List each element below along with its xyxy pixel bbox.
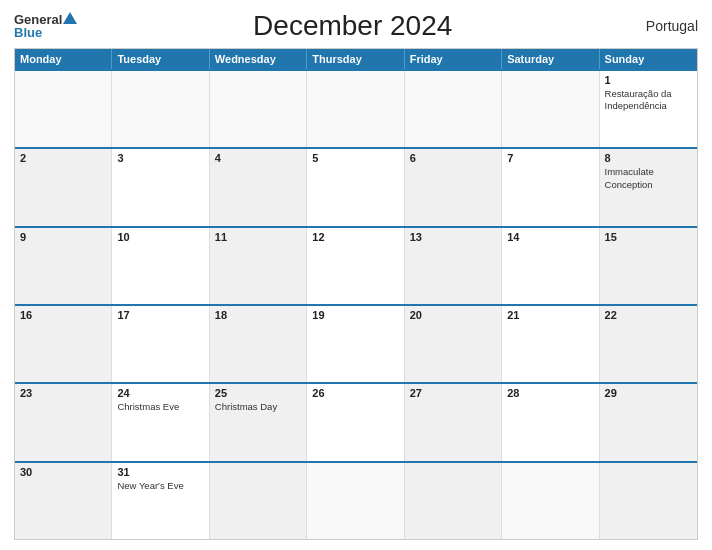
day-number: 5	[312, 152, 398, 164]
table-row: 17	[112, 306, 209, 382]
week-4: 16 17 18 19 20 21 22	[15, 304, 697, 382]
day-number: 3	[117, 152, 203, 164]
day-number: 9	[20, 231, 106, 243]
day-number: 7	[507, 152, 593, 164]
table-row	[210, 71, 307, 147]
table-row: 8 Immaculate Conception	[600, 149, 697, 225]
day-number: 20	[410, 309, 496, 321]
table-row	[15, 71, 112, 147]
page-header: General Blue December 2024 Portugal	[14, 10, 698, 42]
day-number: 4	[215, 152, 301, 164]
table-row: 1 Restauração da Independência	[600, 71, 697, 147]
table-row: 6	[405, 149, 502, 225]
header-wednesday: Wednesday	[210, 49, 307, 69]
day-number: 17	[117, 309, 203, 321]
page-title: December 2024	[77, 10, 628, 42]
country-label: Portugal	[628, 18, 698, 34]
table-row	[502, 71, 599, 147]
day-number: 26	[312, 387, 398, 399]
week-2: 2 3 4 5 6 7 8 Immaculate Conception	[15, 147, 697, 225]
week-6: 30 31 New Year's Eve	[15, 461, 697, 539]
day-number: 28	[507, 387, 593, 399]
table-row	[307, 71, 404, 147]
day-number: 10	[117, 231, 203, 243]
table-row: 24 Christmas Eve	[112, 384, 209, 460]
table-row: 25 Christmas Day	[210, 384, 307, 460]
table-row	[405, 463, 502, 539]
day-number: 27	[410, 387, 496, 399]
header-sunday: Sunday	[600, 49, 697, 69]
day-number: 19	[312, 309, 398, 321]
table-row	[210, 463, 307, 539]
day-number: 2	[20, 152, 106, 164]
day-number: 31	[117, 466, 203, 478]
logo-triangle-icon	[63, 12, 77, 24]
day-event: Christmas Day	[215, 401, 301, 413]
calendar-header: Monday Tuesday Wednesday Thursday Friday…	[15, 49, 697, 69]
day-number: 18	[215, 309, 301, 321]
table-row	[405, 71, 502, 147]
table-row: 12	[307, 228, 404, 304]
calendar-body: 1 Restauração da Independência 2 3 4 5 6…	[15, 69, 697, 539]
table-row: 13	[405, 228, 502, 304]
week-5: 23 24 Christmas Eve 25 Christmas Day 26 …	[15, 382, 697, 460]
table-row: 9	[15, 228, 112, 304]
day-number: 21	[507, 309, 593, 321]
header-thursday: Thursday	[307, 49, 404, 69]
table-row: 19	[307, 306, 404, 382]
calendar: Monday Tuesday Wednesday Thursday Friday…	[14, 48, 698, 540]
table-row: 26	[307, 384, 404, 460]
day-event: Immaculate Conception	[605, 166, 692, 191]
table-row	[600, 463, 697, 539]
table-row: 22	[600, 306, 697, 382]
table-row: 4	[210, 149, 307, 225]
day-number: 25	[215, 387, 301, 399]
table-row: 7	[502, 149, 599, 225]
day-event: New Year's Eve	[117, 480, 203, 492]
table-row	[112, 71, 209, 147]
day-number: 23	[20, 387, 106, 399]
day-event: Christmas Eve	[117, 401, 203, 413]
day-number: 15	[605, 231, 692, 243]
table-row: 31 New Year's Eve	[112, 463, 209, 539]
table-row: 30	[15, 463, 112, 539]
day-event: Restauração da Independência	[605, 88, 692, 113]
day-number: 8	[605, 152, 692, 164]
table-row: 14	[502, 228, 599, 304]
week-1: 1 Restauração da Independência	[15, 69, 697, 147]
header-friday: Friday	[405, 49, 502, 69]
table-row: 2	[15, 149, 112, 225]
table-row: 29	[600, 384, 697, 460]
table-row	[502, 463, 599, 539]
table-row: 3	[112, 149, 209, 225]
day-number: 29	[605, 387, 692, 399]
day-number: 12	[312, 231, 398, 243]
day-number: 22	[605, 309, 692, 321]
table-row: 5	[307, 149, 404, 225]
table-row: 10	[112, 228, 209, 304]
day-number: 1	[605, 74, 692, 86]
table-row: 20	[405, 306, 502, 382]
table-row: 27	[405, 384, 502, 460]
table-row: 16	[15, 306, 112, 382]
day-number: 14	[507, 231, 593, 243]
day-number: 30	[20, 466, 106, 478]
header-tuesday: Tuesday	[112, 49, 209, 69]
day-number: 6	[410, 152, 496, 164]
table-row: 28	[502, 384, 599, 460]
table-row: 23	[15, 384, 112, 460]
table-row: 18	[210, 306, 307, 382]
table-row: 15	[600, 228, 697, 304]
table-row: 11	[210, 228, 307, 304]
table-row: 21	[502, 306, 599, 382]
table-row	[307, 463, 404, 539]
day-number: 13	[410, 231, 496, 243]
week-3: 9 10 11 12 13 14 15	[15, 226, 697, 304]
day-number: 16	[20, 309, 106, 321]
logo: General Blue	[14, 13, 77, 39]
header-monday: Monday	[15, 49, 112, 69]
calendar-page: General Blue December 2024 Portugal Mond…	[0, 0, 712, 550]
header-saturday: Saturday	[502, 49, 599, 69]
day-number: 24	[117, 387, 203, 399]
logo-blue: Blue	[14, 26, 42, 39]
